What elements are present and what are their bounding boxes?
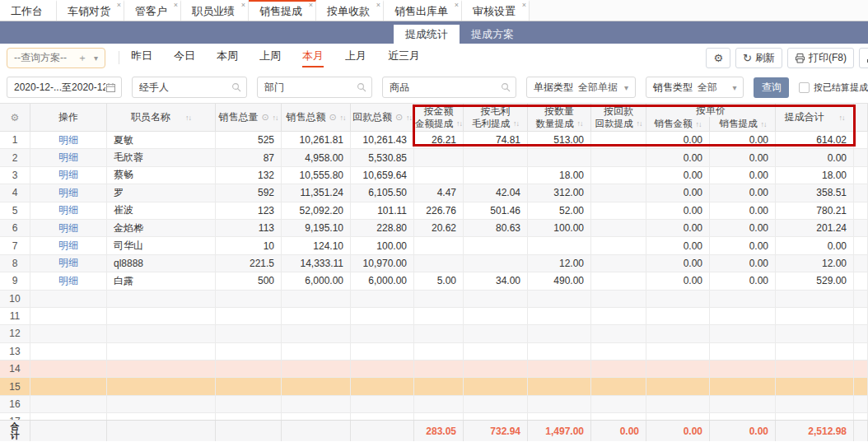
add-plan-icon[interactable]: ＋ [77,51,87,65]
query-plan-select[interactable]: --查询方案-- ＋ ▾ [7,48,105,68]
detail-link[interactable]: 明细 [30,202,107,220]
bill-type-select[interactable]: 单据类型 全部单据 ▾ [526,77,636,98]
table-row[interactable]: 2 明细 毛欣蓉 87 4,958.00 5,530.85 0.00 0.00 … [0,149,868,166]
table-row[interactable]: 3 明细 蔡畅 132 10,555.80 10,659.64 18.00 0.… [0,167,868,184]
payment-total-cell: 10,659.64 [351,167,414,184]
window-tab[interactable]: 销售出库单 × [384,0,462,21]
detail-link[interactable]: 明细 [30,132,107,149]
total-unit-sales: 0.00 [646,421,710,441]
table-row[interactable]: 10 [0,291,868,308]
detail-link[interactable] [30,378,107,395]
window-tab[interactable]: 审核设置 × [462,0,530,21]
window-tab[interactable]: 职员业绩 × [181,0,249,21]
close-icon[interactable]: × [174,2,178,9]
header-payment-total[interactable]: 回款总额⊙↑↓ [351,104,414,132]
close-icon[interactable]: × [241,2,245,9]
date-shortcut[interactable]: 今日 [174,49,195,67]
detail-link[interactable]: 明细 [30,184,107,202]
detail-link[interactable]: 明细 [30,149,107,166]
department-input[interactable] [264,81,357,93]
calendar-icon[interactable] [105,82,116,93]
sales-type-select[interactable]: 销售类型 全部 ▾ [646,77,744,98]
table-row[interactable]: 16 [0,396,868,413]
table-row[interactable]: 5 明细 崔波 123 52,092.20 101.11 226.76 501.… [0,202,868,220]
handler-filter-input[interactable] [132,77,247,98]
sales-total-cell: 9,195.10 [282,220,351,237]
detail-link[interactable] [30,396,107,413]
detail-link[interactable]: 明细 [30,167,107,184]
table-row[interactable]: 13 [0,343,868,361]
date-range-input[interactable] [7,77,122,98]
window-tab[interactable]: 销售提成 × [249,0,316,21]
export-button[interactable]: 导出 [859,48,868,68]
table-row[interactable]: 1 明细 夏敏 525 10,261.81 10,261.43 26.21 74… [0,132,868,149]
header-by-amount[interactable]: 按金额 金额提成↑↓ [414,104,464,132]
close-icon[interactable]: × [455,2,459,9]
date-shortcut[interactable]: 昨日 [131,49,152,67]
date-shortcut[interactable]: 近三月 [388,49,420,67]
header-gear[interactable]: ⚙ [0,104,30,132]
date-shortcut[interactable]: 本月 [302,49,324,67]
detail-link[interactable]: 明细 [30,272,107,290]
table-row[interactable]: 14 [0,361,868,378]
window-tab[interactable]: 管客户 × [124,0,181,21]
window-tab[interactable]: 按单收款 × [316,0,384,21]
search-icon [357,82,366,92]
header-by-profit[interactable]: 按毛利 毛利提成↑↓ [464,104,528,132]
date-range-value[interactable] [14,81,105,93]
tab-commission-stats[interactable]: 提成统计 [394,25,460,44]
header-unit-sales-comm[interactable]: 销售提成↑↓ [710,117,776,131]
detail-link[interactable]: 明细 [30,255,107,272]
date-shortcut[interactable]: 上周 [259,49,281,67]
close-icon[interactable]: × [309,2,313,9]
department-filter-input[interactable] [257,77,372,98]
tab-commission-plan[interactable]: 提成方案 [460,25,525,44]
close-icon[interactable]: × [376,2,380,9]
header-employee-name[interactable]: 职员名称↑↓ [107,104,216,132]
header-by-payment[interactable]: 按回款 回款提成↑↓ [591,104,646,132]
window-tab[interactable]: 工作台 [0,0,57,21]
payment-comm-cell [591,272,646,290]
close-icon[interactable]: × [522,2,526,9]
print-label: 打印(F8) [809,51,847,65]
print-button[interactable]: 打印(F8) [787,48,854,68]
table-row[interactable]: 4 明细 罗 592 11,351.24 6,105.50 4.47 42.04… [0,184,868,202]
header-total-comm[interactable]: 提成合计↑↓ [776,104,854,132]
refresh-button[interactable]: ↻ 刷新 [735,48,782,68]
detail-link[interactable] [30,361,107,378]
payment-total-cell [351,325,414,342]
detail-link[interactable] [30,325,107,342]
detail-link[interactable] [30,291,107,308]
unit-sales-amount-cell [646,361,710,378]
date-shortcut[interactable]: 本周 [217,49,238,67]
table-row[interactable]: 7 明细 司华山 10 124.10 100.00 0.00 0.00 0.00 [0,237,868,254]
settings-button[interactable]: ⚙ [706,48,730,68]
handler-input[interactable] [139,81,231,93]
table-row[interactable]: 11 [0,308,868,325]
detail-link[interactable]: 明细 [30,237,107,254]
detail-link[interactable]: 明细 [30,220,107,237]
header-unit-sales-amount[interactable]: 销售金额↑↓ [646,117,710,131]
detail-link[interactable] [30,308,107,325]
header-sales-qty[interactable]: 销售总量⊙↑↓ [216,104,282,132]
employee-name-cell: 崔波 [107,202,216,220]
sales-qty-cell [216,308,282,325]
settled-checkbox[interactable] [799,82,810,93]
header-by-unit-price[interactable]: 按单价 销售金额↑↓ 销售提成↑↓ [646,104,776,132]
chevron-down-icon[interactable]: ▾ [94,54,98,63]
query-button[interactable]: 查询 [754,77,789,98]
product-filter-input[interactable] [382,77,516,98]
header-by-qty[interactable]: 按数量 数量提成↑↓ [528,104,591,132]
header-sales-total[interactable]: 销售总额⊙↑↓ [282,104,351,132]
detail-link[interactable] [30,343,107,361]
window-tab-label: 职员业绩 [192,4,235,19]
window-tab[interactable]: 车销对货 × [57,0,124,21]
close-icon[interactable]: × [117,2,121,9]
table-row[interactable]: 9 明细 白露 500 6,000.00 6,000.00 5.00 34.00… [0,272,868,290]
table-row[interactable]: 12 [0,325,868,342]
product-input[interactable] [390,81,501,93]
date-shortcut[interactable]: 上月 [345,49,366,67]
table-row[interactable]: 8 明细 ql8888 221.5 14,333.11 10,970.00 12… [0,255,868,272]
table-row[interactable]: 6 明细 金焰桦 113 9,195.10 228.80 20.62 80.63… [0,220,868,237]
table-row[interactable]: 15 [0,378,868,395]
